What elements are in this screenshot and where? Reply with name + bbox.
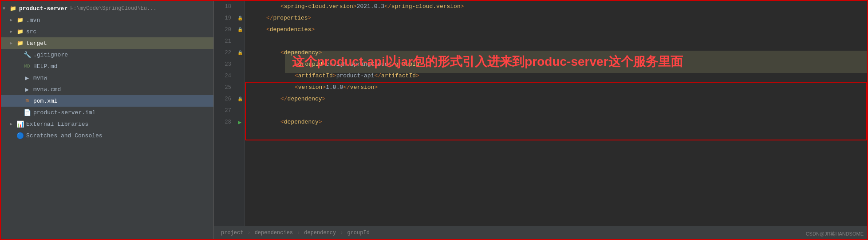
file-tree: 📁 product-server F:\myCode\SpringCloud\E… <box>1 1 214 239</box>
breadcrumb-groupid: groupId <box>347 230 369 236</box>
file-icon-gitignore: 🔧 <box>23 51 31 59</box>
scratches-label: Scratches and Consoles <box>26 132 103 139</box>
tree-item-gitignore[interactable]: 🔧 .gitignore <box>1 49 213 60</box>
tree-item-help[interactable]: MD HELP.md <box>1 60 213 72</box>
code-line-25: <version>1.0.0</version> <box>252 82 867 93</box>
code-line-18: <spring-cloud.version>2021.0.3</spring-c… <box>252 1 867 12</box>
code-line-23: <groupId>cn.ljh.springCloud</groupId> <box>252 59 867 70</box>
lock-icon-20: 🔒 <box>237 27 243 32</box>
tree-item-mvnw[interactable]: ▶ mvnw <box>1 72 213 84</box>
tree-item-target[interactable]: 📁 target <box>1 37 213 49</box>
tree-item-mvn[interactable]: 📁 .mvn <box>1 14 213 26</box>
tree-item-iml[interactable]: 📄 product-server.iml <box>1 107 213 118</box>
root-path: F:\myCode\SpringCloud\Eu... <box>70 5 156 12</box>
tree-item-scratches[interactable]: 🔵 Scratches and Consoles <box>1 130 213 141</box>
tree-arrow-target <box>10 40 16 46</box>
tree-item-mvnw-cmd[interactable]: ▶ mvnw.cmd <box>1 84 213 95</box>
iml-label: product-server.iml <box>33 109 95 116</box>
file-icon-iml: 📄 <box>23 108 31 116</box>
file-icon-pom: m <box>23 97 31 105</box>
tree-arrow-src <box>10 29 16 34</box>
target-label: target <box>26 40 47 47</box>
folder-icon-src: 📁 <box>16 28 24 36</box>
code-line-28: <dependency> <box>252 116 867 128</box>
folder-icon-root: 📁 <box>9 4 17 12</box>
gitignore-label: .gitignore <box>33 52 68 58</box>
status-bar: project › dependencies › dependency › gr… <box>214 226 867 239</box>
tree-arrow-root <box>3 6 9 11</box>
lock-icon-22: 🔒 <box>237 50 243 56</box>
tree-root[interactable]: 📁 product-server F:\myCode\SpringCloud\E… <box>1 3 213 14</box>
ext-libs-label: External Libraries <box>26 121 88 128</box>
pom-label: pom.xml <box>33 98 58 104</box>
code-line-27 <box>252 105 867 116</box>
tree-arrow-mvn <box>10 17 16 23</box>
root-label: product-server <box>19 5 67 12</box>
tree-item-ext-libs[interactable]: 📊 External Libraries <box>1 118 213 130</box>
code-line-20: <dependencies> <box>252 24 867 36</box>
code-editor[interactable]: <spring-cloud.version>2021.0.3</spring-c… <box>245 1 867 226</box>
file-icon-help: MD <box>23 62 31 70</box>
mvnw-cmd-label: mvnw.cmd <box>33 86 61 93</box>
file-icon-mvnw: ▶ <box>23 74 31 82</box>
code-content: 18 19 20 21 22 23 24 25 26 27 28 🔒 🔒 🔒 <box>214 1 867 226</box>
code-line-19: </properties> <box>252 12 867 24</box>
code-line-21 <box>252 36 867 47</box>
mvn-label: .mvn <box>26 17 40 24</box>
scratches-icon: 🔵 <box>16 132 24 140</box>
breadcrumb-dependencies: dependencies <box>255 230 293 236</box>
editor-wrapper: 这个product-api以jar包的形式引入进来到produc-server这… <box>214 1 867 239</box>
code-line-24: <artifactId>product-api</artifactId> <box>252 70 867 82</box>
lock-icon-26: 🔒 <box>237 96 243 102</box>
ext-lib-icon: 📊 <box>16 120 24 128</box>
mvnw-label: mvnw <box>33 75 47 81</box>
src-label: src <box>26 28 36 35</box>
folder-icon-target: 📁 <box>16 39 24 47</box>
lock-icon-19: 🔒 <box>237 16 243 21</box>
code-line-22: <dependency> <box>252 47 867 59</box>
breadcrumb-dependency: dependency <box>304 230 336 236</box>
code-line-26: </dependency> <box>252 93 867 105</box>
editor-gutter: 🔒 🔒 🔒 🔒 ▶ <box>235 1 245 226</box>
breadcrumb-project: project <box>221 230 243 236</box>
file-icon-mvnw-cmd: ▶ <box>23 85 31 93</box>
tree-arrow-ext-libs <box>10 121 16 127</box>
help-label: HELP.md <box>33 63 58 70</box>
tree-item-src[interactable]: 📁 src <box>1 26 213 37</box>
editor-area[interactable]: 18 19 20 21 22 23 24 25 26 27 28 🔒 🔒 🔒 <box>214 1 867 239</box>
run-icon-28[interactable]: ▶ <box>238 119 241 126</box>
tree-item-pom[interactable]: m pom.xml <box>1 95 213 107</box>
folder-icon-mvn: 📁 <box>16 16 24 24</box>
line-numbers: 18 19 20 21 22 23 24 25 26 27 28 <box>214 1 235 226</box>
